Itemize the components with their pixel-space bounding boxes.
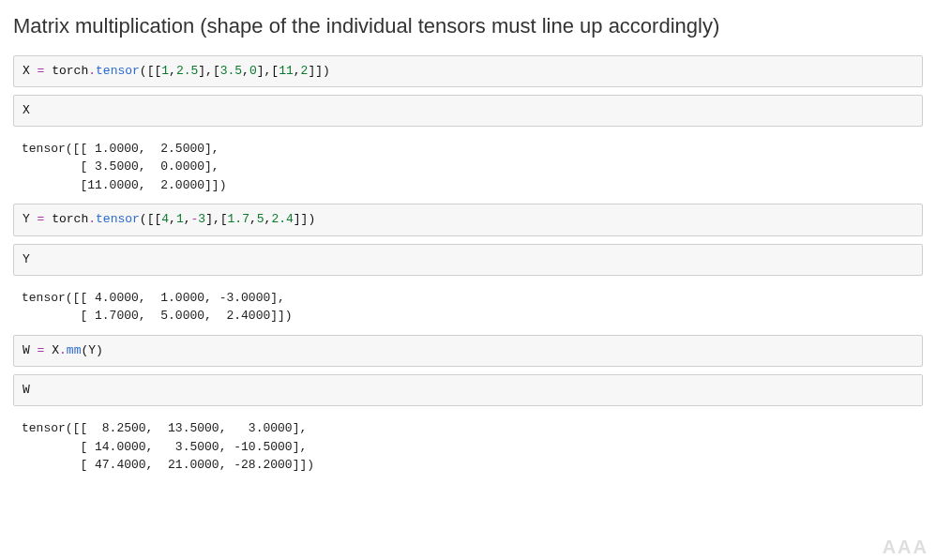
code-token: ,: [294, 64, 301, 78]
code-cell-show-y[interactable]: Y: [13, 244, 923, 276]
code-token: =: [30, 343, 52, 357]
code-token: tensor: [96, 64, 140, 78]
code-token: 0: [249, 64, 257, 78]
code-token: .: [59, 343, 67, 357]
code-token: 1: [176, 212, 184, 226]
code-token: 3.5: [220, 64, 242, 78]
code-token: =: [30, 64, 52, 78]
code-token: 3: [198, 212, 205, 226]
code-token: 1: [161, 64, 169, 78]
code-token: ): [96, 343, 103, 357]
code-token: 11: [279, 64, 294, 78]
code-token: W: [23, 383, 30, 397]
code-token: 2.4: [271, 212, 293, 226]
code-token: .: [88, 212, 96, 226]
code-token: ],[: [257, 64, 279, 78]
output-x: tensor([[ 1.0000, 2.5000], [ 3.5000, 0.0…: [13, 134, 923, 204]
code-token: ],[: [198, 64, 219, 78]
code-token: Y: [23, 252, 30, 266]
code-cell-define-y[interactable]: Y = torch.tensor([[4,1,-3],[1.7,5,2.4]]): [13, 204, 923, 235]
code-token: torch: [52, 64, 88, 78]
code-token: ([[: [140, 212, 161, 226]
output-y: tensor([[ 4.0000, 1.0000, -3.0000], [ 1.…: [13, 283, 923, 335]
code-token: ],[: [205, 212, 227, 226]
section-heading: Matrix multiplication (shape of the indi…: [13, 13, 923, 40]
code-token: .: [88, 64, 96, 78]
code-token: ]]): [308, 64, 329, 78]
code-token: 4: [161, 212, 169, 226]
code-token: X: [23, 64, 30, 78]
code-token: ,: [249, 212, 257, 226]
code-token: Y: [88, 343, 96, 357]
code-token: Y: [23, 212, 30, 226]
code-token: mm: [67, 343, 82, 357]
code-token: ,: [184, 212, 191, 226]
output-w: tensor([[ 8.2500, 13.5000, 3.0000], [ 14…: [13, 414, 923, 484]
code-token: W: [23, 343, 30, 357]
code-token: X: [23, 103, 30, 117]
code-token: 1.7: [228, 212, 249, 226]
code-token: ,: [169, 64, 176, 78]
code-token: =: [30, 212, 52, 226]
code-token: 2.5: [176, 64, 198, 78]
code-token: torch: [52, 212, 88, 226]
code-token: ,: [169, 212, 176, 226]
code-cell-show-x[interactable]: X: [13, 95, 923, 127]
code-cell-define-x[interactable]: X = torch.tensor([[1,2.5],[3.5,0],[11,2]…: [13, 55, 923, 87]
code-token: ]]): [294, 212, 315, 226]
code-token: 5: [257, 212, 264, 226]
code-token: ,: [242, 64, 249, 78]
code-token: tensor: [96, 212, 140, 226]
code-token: ([[: [140, 64, 161, 78]
code-token: X: [52, 343, 59, 357]
code-cell-define-w[interactable]: W = X.mm(Y): [13, 335, 923, 367]
code-cell-show-w[interactable]: W: [13, 374, 923, 406]
